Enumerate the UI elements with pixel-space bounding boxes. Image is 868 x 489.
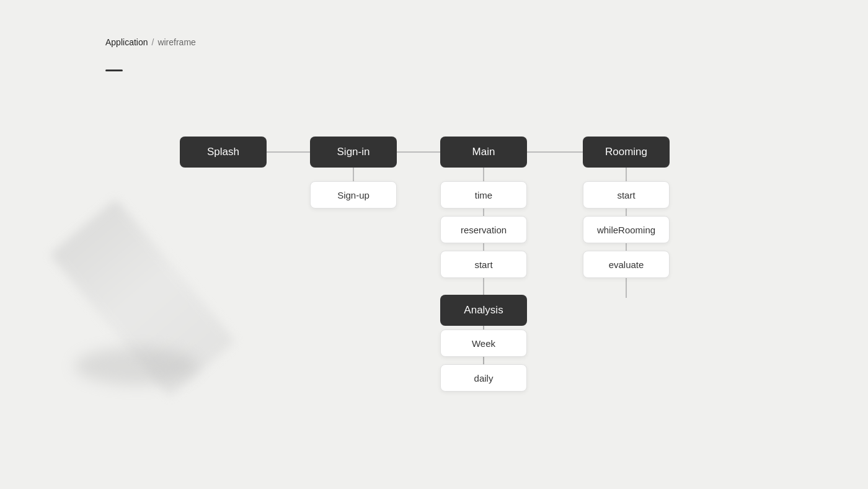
breadcrumb-page: wireframe xyxy=(157,37,195,47)
main-node[interactable]: Main xyxy=(440,137,527,168)
underline-decoration xyxy=(105,70,123,71)
main-time-node[interactable]: time xyxy=(440,181,527,209)
signup-node[interactable]: Sign-up xyxy=(310,181,397,209)
main-start-node[interactable]: start xyxy=(440,251,527,278)
rooming-node[interactable]: Rooming xyxy=(583,137,670,168)
rooming-evaluate-node[interactable]: evaluate xyxy=(583,251,670,278)
breadcrumb-separator: / xyxy=(152,37,154,47)
analysis-daily-node[interactable]: daily xyxy=(440,364,527,392)
rooming-while-node[interactable]: whileRooming xyxy=(583,216,670,243)
header: Application / wireframe xyxy=(105,37,196,47)
analysis-node[interactable]: Analysis xyxy=(440,295,527,326)
breadcrumb-app: Application xyxy=(105,37,148,47)
splash-node[interactable]: Splash xyxy=(180,137,267,168)
shadow-decoration xyxy=(74,348,198,385)
breadcrumb: Application / wireframe xyxy=(105,37,196,47)
main-reservation-node[interactable]: reservation xyxy=(440,216,527,243)
analysis-week-node[interactable]: Week xyxy=(440,330,527,357)
rooming-start-node[interactable]: start xyxy=(583,181,670,209)
signin-node[interactable]: Sign-in xyxy=(310,137,397,168)
